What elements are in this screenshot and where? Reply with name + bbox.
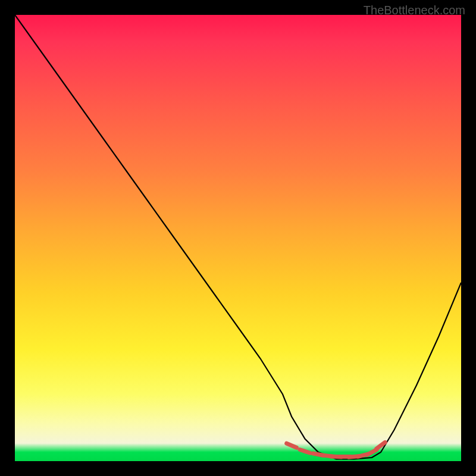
watermark-text: TheBottleneck.com — [364, 4, 465, 17]
bottleneck-curve-line — [15, 15, 461, 459]
highlight-dash — [367, 450, 377, 455]
chart-plot-area — [15, 15, 461, 461]
chart-svg — [15, 15, 461, 461]
highlight-dash — [300, 450, 310, 453]
highlight-markers — [287, 442, 386, 457]
highlight-dash — [287, 443, 297, 447]
